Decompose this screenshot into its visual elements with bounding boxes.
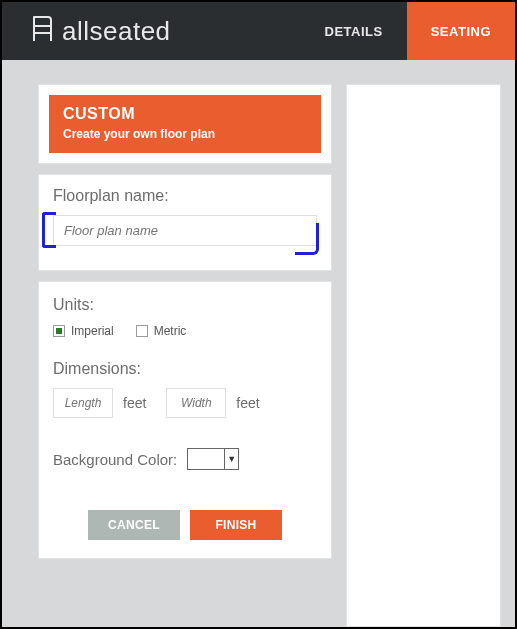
brand-name: allseated bbox=[62, 16, 171, 47]
units-option-imperial[interactable]: Imperial bbox=[53, 324, 114, 338]
chevron-down-icon: ▼ bbox=[224, 449, 238, 469]
units-metric-label: Metric bbox=[154, 324, 187, 338]
length-input[interactable] bbox=[53, 388, 113, 418]
units-imperial-label: Imperial bbox=[71, 324, 114, 338]
floorplan-name-input[interactable] bbox=[53, 215, 317, 246]
units-label: Units: bbox=[53, 296, 317, 314]
units-option-metric[interactable]: Metric bbox=[136, 324, 187, 338]
radio-icon bbox=[53, 325, 65, 337]
radio-icon bbox=[136, 325, 148, 337]
cta-title: CUSTOM bbox=[63, 105, 307, 123]
tab-seating[interactable]: SEATING bbox=[407, 2, 515, 60]
cta-subtitle: Create your own floor plan bbox=[63, 127, 307, 141]
background-color-label: Background Color: bbox=[53, 451, 177, 468]
left-column: CUSTOM Create your own floor plan Floorp… bbox=[38, 84, 332, 627]
dimensions-label: Dimensions: bbox=[53, 360, 317, 378]
settings-card: Units: Imperial Metric Dimensions: feet bbox=[38, 281, 332, 559]
nav-tabs: DETAILS SEATING bbox=[301, 2, 515, 60]
floorplan-name-card: Floorplan name: bbox=[38, 174, 332, 271]
cta-card: CUSTOM Create your own floor plan bbox=[38, 84, 332, 164]
brand: allseated bbox=[2, 2, 301, 60]
chair-icon bbox=[30, 14, 56, 48]
cancel-button[interactable]: CANCEL bbox=[88, 510, 180, 540]
right-column bbox=[346, 84, 501, 627]
background-color-select[interactable]: ▼ bbox=[187, 448, 239, 470]
tab-details[interactable]: DETAILS bbox=[301, 2, 407, 60]
finish-button[interactable]: FINISH bbox=[190, 510, 282, 540]
content-area: CUSTOM Create your own floor plan Floorp… bbox=[2, 60, 515, 627]
width-input[interactable] bbox=[166, 388, 226, 418]
top-bar: allseated DETAILS SEATING bbox=[2, 2, 515, 60]
color-swatch bbox=[188, 449, 224, 469]
floorplan-name-label: Floorplan name: bbox=[53, 187, 317, 205]
preview-panel bbox=[346, 84, 501, 627]
cta-banner: CUSTOM Create your own floor plan bbox=[49, 95, 321, 153]
length-unit: feet bbox=[123, 395, 146, 411]
width-unit: feet bbox=[236, 395, 259, 411]
